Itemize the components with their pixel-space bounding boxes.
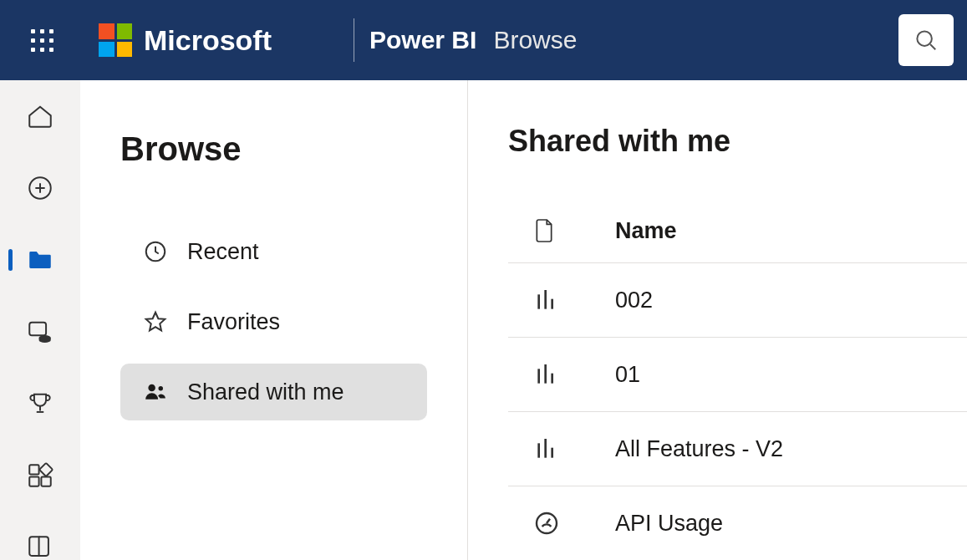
svg-line-1 [930,44,935,49]
app-header: Microsoft Power BI Browse [0,0,967,80]
nav-browse[interactable] [0,246,80,274]
main-content: Shared with me Name 002 01 [468,80,967,560]
microsoft-logo-icon [99,23,132,57]
row-name: API Usage [615,511,723,537]
browse-item-favorites[interactable]: Favorites [120,293,427,350]
table-row[interactable]: API Usage [508,486,967,560]
table-row[interactable]: All Features - V2 [508,412,967,486]
nav-apps[interactable] [0,461,80,490]
svg-rect-11 [41,476,50,486]
nav-data-hub[interactable] [0,318,80,346]
clock-icon [142,238,169,265]
trophy-icon [26,389,54,418]
nav-home[interactable] [0,102,80,130]
row-name: 002 [615,288,653,313]
column-header-name[interactable]: Name [615,218,677,244]
people-icon [142,379,169,405]
browse-panel: Browse Recent Favorites Shared with [80,80,468,560]
search-icon [914,28,939,53]
star-icon [142,308,169,335]
app-name[interactable]: Power BI [369,26,476,54]
svg-rect-5 [29,323,46,336]
folder-icon [26,246,54,274]
table-row[interactable]: 01 [508,338,967,412]
report-icon [533,287,615,313]
file-icon [533,217,555,244]
svg-point-0 [917,31,932,46]
table-header: Name [508,206,967,263]
browse-item-shared[interactable]: Shared with me [120,364,427,420]
browse-item-label: Shared with me [187,379,344,405]
svg-point-15 [148,384,155,392]
browse-item-label: Recent [187,239,259,265]
search-button[interactable] [898,14,954,66]
home-icon [26,102,54,130]
row-name: All Features - V2 [615,436,783,462]
page-title: Shared with me [508,124,967,159]
svg-point-16 [159,386,164,391]
svg-rect-9 [29,465,38,474]
report-icon [533,361,615,388]
svg-line-27 [547,519,550,523]
microsoft-logo: Microsoft [99,23,272,57]
svg-rect-10 [29,476,38,486]
row-name: 01 [615,362,640,388]
book-icon [26,533,54,560]
header-divider [354,18,354,62]
column-type-icon[interactable] [533,217,615,244]
microsoft-logo-text: Microsoft [144,24,272,57]
dashboard-icon [533,510,615,537]
svg-rect-12 [39,463,53,476]
browse-item-label: Favorites [187,309,280,335]
plus-circle-icon [26,174,54,202]
browse-panel-title: Browse [120,130,427,168]
header-breadcrumb: Browse [493,26,577,54]
app-launcher-button[interactable] [27,25,57,55]
nav-learn[interactable] [0,533,80,560]
table-row[interactable]: 002 [508,263,967,338]
browse-item-recent[interactable]: Recent [120,223,427,280]
nav-create[interactable] [0,174,80,202]
apps-icon [26,461,54,490]
data-hub-icon [26,318,54,346]
report-icon [533,435,615,462]
svg-marker-14 [146,313,165,331]
nav-metrics[interactable] [0,389,80,418]
nav-rail [0,80,80,560]
